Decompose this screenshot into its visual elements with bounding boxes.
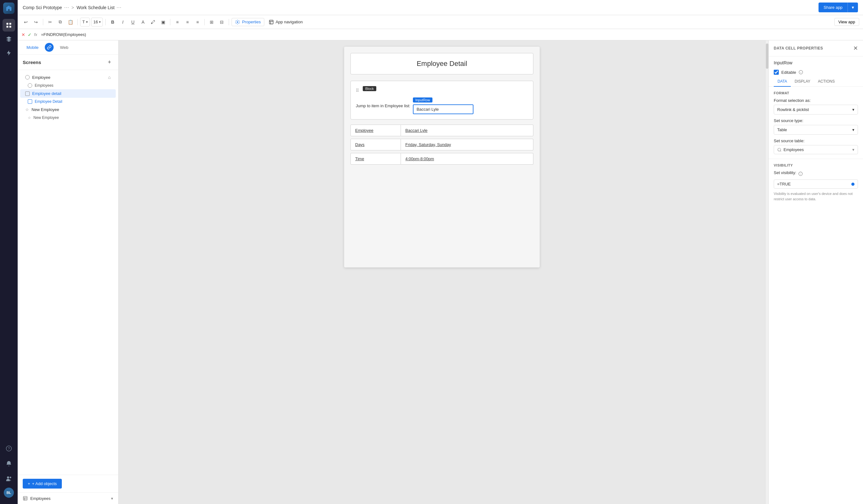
bottom-source-row[interactable]: Employees ▾ (18, 492, 118, 504)
underline-button[interactable]: U (128, 18, 137, 26)
toolbar-sep-5 (204, 19, 205, 25)
screen-item-employee[interactable]: Employee ⌂ (20, 73, 116, 82)
font-size-dropdown[interactable]: 16▾ (91, 18, 103, 26)
font-color-button[interactable]: A (138, 18, 147, 26)
screens-header: Screens + (18, 54, 118, 70)
toolbar-sep-6 (229, 19, 229, 25)
view-tabs: Mobile Web (18, 40, 118, 54)
jump-label: Jump to item in Employee list: (356, 103, 410, 108)
input-row-field[interactable] (413, 104, 473, 114)
screen-sub-employee-detail[interactable]: Employee Detail (18, 98, 118, 105)
align-center-button[interactable]: ≡ (183, 18, 192, 26)
source-table-input-row: ▾ (774, 145, 858, 154)
screen-item-new-employee[interactable]: ☆ New Employee (20, 105, 116, 114)
source-type-select[interactable]: Table ▾ (774, 125, 858, 135)
tab-display[interactable]: DISPLAY (791, 77, 814, 87)
input-row-label: InputRow (413, 98, 433, 102)
editable-row: Editable (769, 68, 863, 77)
formula-cancel-icon[interactable]: ✕ (22, 32, 25, 37)
add-objects-button[interactable]: + + Add objects (23, 479, 62, 489)
canvas-scrollbar[interactable] (765, 40, 768, 504)
svg-rect-11 (270, 20, 273, 24)
canvas-block[interactable]: ⠿ Block Jump to item in Employee list: I… (350, 81, 534, 119)
cut-button[interactable]: ✂ (46, 18, 54, 26)
view-app-button[interactable]: View app (834, 18, 859, 26)
screen-sub-new-employee[interactable]: ☆ New Employee (18, 114, 118, 121)
screen-star-icon: ☆ (25, 107, 29, 112)
canvas-page-title[interactable]: Employee Detail (350, 53, 534, 74)
panel-tabs: DATA DISPLAY ACTIONS (769, 77, 863, 87)
info-icon (799, 70, 803, 74)
time-value-cell[interactable]: 4:00pm-8:00pm (401, 153, 534, 165)
nav-lightning-icon[interactable] (2, 47, 15, 59)
border-button[interactable]: ▣ (159, 18, 167, 26)
format-section-label: FORMAT (774, 91, 858, 95)
grid-view-button[interactable]: ⊞ (207, 18, 216, 26)
app-more-icon[interactable]: ⋯ (64, 4, 69, 10)
svg-rect-3 (10, 23, 11, 25)
undo-button[interactable]: ↩ (22, 18, 30, 26)
close-panel-button[interactable]: ✕ (853, 45, 858, 52)
screen-item-employee-detail[interactable]: Employee detail (20, 89, 116, 98)
font-family-dropdown[interactable]: T▾ (80, 18, 90, 26)
properties-button[interactable]: Properties (232, 18, 264, 26)
drag-handle[interactable]: ⠿ (356, 88, 359, 93)
format-selection-select[interactable]: Rowlink & picklist ▾ (774, 105, 858, 114)
italic-button[interactable]: I (118, 18, 127, 26)
align-right-button[interactable]: ≡ (193, 18, 202, 26)
panel-header: DATA CELL PROPERTIES ✕ (769, 40, 863, 56)
align-left-button[interactable]: ≡ (173, 18, 182, 26)
redo-button[interactable]: ↪ (32, 18, 40, 26)
format-selection-value: Rowlink & picklist (777, 107, 809, 112)
nav-layers-icon[interactable] (2, 33, 15, 46)
page-more-icon[interactable]: ⋯ (116, 4, 122, 10)
nav-people-icon[interactable] (2, 473, 15, 485)
tab-data[interactable]: DATA (774, 77, 791, 87)
copy-button[interactable]: ⧉ (56, 18, 65, 26)
nav-help-icon[interactable]: ? (2, 442, 15, 455)
app-logo[interactable] (3, 2, 14, 14)
svg-point-8 (7, 477, 9, 479)
formula-confirm-icon[interactable]: ✓ (28, 32, 32, 37)
tab-mobile[interactable]: Mobile (23, 44, 42, 51)
formula-input[interactable] (41, 32, 859, 37)
share-app-button[interactable]: Share app (818, 2, 848, 12)
screen-sub-star-icon: ☆ (28, 116, 31, 120)
time-label-cell: Time (350, 153, 401, 165)
canvas-scrollbar-thumb[interactable] (766, 43, 768, 69)
screens-title: Screens (23, 60, 41, 65)
toolbar-sep-1 (43, 19, 43, 25)
screen-employees-sub-label: Employees (35, 83, 53, 88)
source-table-input[interactable] (784, 147, 850, 152)
svg-rect-5 (10, 26, 11, 28)
table-button[interactable]: ⊟ (217, 18, 226, 26)
tab-web[interactable]: Web (56, 44, 72, 51)
user-avatar[interactable]: BL (4, 488, 14, 498)
format-selection-label: Format selection as: (774, 98, 858, 103)
add-screen-button[interactable]: + (106, 58, 113, 66)
bottom-source-chevron[interactable]: ▾ (111, 496, 113, 501)
nav-bell-icon[interactable] (2, 457, 15, 470)
tab-actions[interactable]: ACTIONS (814, 77, 838, 87)
days-value-cell[interactable]: Friday, Saturday, Sunday (401, 139, 534, 150)
editable-checkbox[interactable] (774, 70, 779, 75)
app-navigation-button[interactable]: App navigation (266, 18, 306, 26)
panel-section-name: InputRow (769, 56, 863, 68)
source-type-chevron: ▾ (852, 127, 854, 132)
visibility-note: Visibility is evaluated on user's device… (774, 191, 858, 202)
employee-value-cell[interactable]: Baccari Lyle (401, 125, 534, 136)
source-table-chevron[interactable]: ▾ (852, 147, 854, 152)
set-visibility-label: Set visibility: (774, 170, 797, 175)
svg-rect-14 (23, 496, 27, 500)
screen-sub-employees[interactable]: Employees (18, 82, 118, 89)
screen-circle-icon (25, 75, 30, 79)
bold-button[interactable]: B (108, 18, 117, 26)
source-type-label: Set source type: (774, 118, 858, 123)
paste-button[interactable]: 📋 (66, 18, 75, 26)
share-app-dropdown[interactable]: ▼ (848, 2, 858, 12)
highlight-button[interactable]: 🖍 (149, 18, 158, 26)
visibility-input-row[interactable]: =TRUE (774, 179, 858, 189)
toolbar: ↩ ↪ ✂ ⧉ 📋 T▾ 16▾ B I U A 🖍 ▣ ≡ ≡ ≡ ⊞ ⊟ P… (18, 15, 863, 29)
svg-line-22 (780, 150, 781, 151)
nav-grid-icon[interactable] (2, 19, 15, 32)
